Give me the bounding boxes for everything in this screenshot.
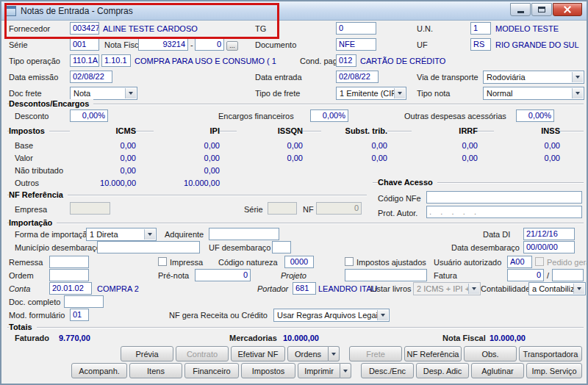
nf-referencia-group-title: NF Referência (9, 190, 68, 199)
remessa-field[interactable] (49, 256, 89, 268)
outras-despesas-label: Outras despesas acessórias (404, 112, 506, 120)
totais-group-title: Totais (9, 323, 37, 331)
itens-button[interactable]: Itens (129, 363, 182, 378)
uf-field[interactable]: RS (470, 38, 491, 51)
minimize-button[interactable] (510, 3, 531, 16)
imprimir-dropdown-button[interactable] (340, 363, 351, 378)
fatura-field[interactable]: 0 (507, 269, 544, 281)
nf-ref-serie-field (268, 202, 297, 215)
app-icon (6, 6, 16, 16)
conta-field[interactable]: 20.01.02 (49, 282, 92, 295)
desc-enc-button[interactable]: Desc./Enc (361, 363, 414, 378)
impressa-checkbox[interactable] (158, 257, 167, 266)
tipo-operacao-code2-field[interactable]: 1.10.1 (101, 54, 131, 67)
tipo-nota-label: Tipo nota (417, 89, 450, 98)
codigo-natureza-field[interactable]: 0000 (284, 256, 314, 268)
un-field[interactable]: 1 (470, 22, 491, 35)
un-name-text: MODELO TESTE (495, 24, 559, 33)
data-desembaraco-field[interactable]: 00/00/00 (523, 241, 575, 253)
group-divider (7, 104, 584, 104)
forma-importacao-label: Forma de importação (15, 230, 92, 239)
fornecedor-name-text: ALINE TESTE CARDOSO (103, 24, 198, 33)
doc-frete-select[interactable]: Nota (70, 87, 137, 100)
via-transporte-label: Via de transporte (417, 73, 478, 82)
impostos-col-inss: INSS (494, 126, 560, 135)
adquirente-field[interactable] (209, 228, 279, 240)
portador-desc-text: LEANDRO ITAU (318, 284, 377, 293)
nota-fiscal-number-field[interactable]: 93214 (138, 38, 188, 51)
municipio-desembaraco-field[interactable] (97, 241, 200, 253)
nf-referencia-button[interactable]: NF Referência (404, 346, 462, 361)
fatura-field2[interactable] (552, 269, 584, 281)
cond-pag-field[interactable]: 012 (336, 54, 356, 67)
aglutinar-button[interactable]: Aglutinar (471, 363, 524, 378)
tipo-frete-select[interactable]: 1 Emitente (CIF) (336, 87, 406, 100)
previa-button[interactable]: Prévia (121, 346, 173, 361)
tipo-operacao-code1-field[interactable]: 110.1A (70, 54, 99, 67)
municipio-desembaraco-label: Município desembaraço (15, 243, 101, 252)
transportadora-button[interactable]: Transportadora (519, 346, 582, 361)
impostos-cell: 0,00 (237, 154, 303, 162)
acompanh-button[interactable]: Acompanh. (71, 363, 127, 378)
forma-importacao-select[interactable]: 1 Direta (86, 228, 157, 241)
outras-despesas-field[interactable]: 0,00% (516, 109, 554, 122)
tipo-nota-select[interactable]: Normal (483, 87, 584, 100)
desconto-field[interactable]: 0,00% (70, 109, 108, 122)
tipo-operacao-desc-text: COMPRA PARA USO E CONSUMO ( 1 (135, 57, 276, 65)
data-entrada-field[interactable]: 02/08/22 (336, 71, 379, 83)
impostos-cell: 0,00 (412, 154, 478, 162)
impostos-cell: 0,00 (70, 154, 136, 162)
title-bar[interactable]: Notas de Entrada - Compras (1, 1, 587, 21)
maximize-button[interactable] (531, 3, 552, 16)
ordens-dropdown-button[interactable] (329, 346, 340, 361)
imprimir-button[interactable]: Imprimir (298, 363, 340, 378)
impostos-cell: 0,00 (154, 166, 220, 175)
efetivar-nf-button[interactable]: Efetivar NF (231, 346, 285, 361)
contabilidade-select[interactable]: a Contabilizar (528, 282, 586, 295)
ordens-button[interactable]: Ordens (287, 346, 329, 361)
close-icon (563, 5, 572, 14)
uf-desembaraco-field[interactable] (272, 241, 291, 253)
imp-servico-button[interactable]: Imp. Serviço (526, 363, 582, 378)
pedido-gerado-checkbox (535, 257, 544, 266)
desp-adic-button[interactable]: Desp. Adic (416, 363, 469, 378)
codigo-nfe-field[interactable] (426, 191, 582, 204)
serie-label: Série (9, 40, 28, 49)
impostos-cell: 0,00 (321, 154, 387, 162)
mod-formulario-field[interactable]: 01 (70, 309, 89, 321)
financeiro-button[interactable]: Financeiro (184, 363, 239, 378)
doc-completo-field[interactable] (64, 295, 104, 308)
nota-fiscal-suffix-field[interactable]: 0 (195, 38, 224, 51)
prot-autor-field[interactable]: . . . . . (426, 206, 582, 218)
ordem-field[interactable] (49, 269, 89, 281)
nf-gera-select[interactable]: Usar Regras Arquivos Legais (273, 309, 390, 322)
chevron-down-icon (572, 88, 583, 98)
uf-desembaraco-label: UF desembaraço (209, 243, 270, 252)
impostos-cell: 0,00 (321, 141, 387, 150)
data-di-field[interactable]: 21/12/16 (523, 228, 575, 240)
via-transporte-select[interactable]: Rodoviária (483, 71, 584, 84)
impostos-button[interactable]: Impostos (241, 363, 295, 378)
encargos-financeiros-field[interactable]: 0,00% (310, 109, 348, 122)
usuario-autorizado-field[interactable]: A00 (507, 256, 532, 268)
nf-gera-label: NF gera Receita ou Crédito (169, 311, 268, 320)
fornecedor-code-field[interactable]: 003427 (70, 22, 99, 35)
impostos-row-label: Outros (15, 179, 39, 187)
portador-field[interactable]: 681 (293, 282, 316, 295)
impostos-ajustados-checkbox[interactable] (345, 257, 354, 266)
data-emissao-field[interactable]: 02/08/22 (70, 71, 112, 83)
projeto-field[interactable] (345, 269, 427, 281)
obs-button[interactable]: Obs. (464, 346, 517, 361)
serie-field[interactable]: 001 (70, 38, 99, 51)
doc-completo-label: Doc. completo (9, 298, 60, 306)
documento-field[interactable]: NFE (336, 38, 376, 51)
data-emissao-label: Data emissão (9, 73, 58, 82)
listar-livros-select: 2 ICMS + IPI + ISS (413, 282, 481, 295)
close-button[interactable] (553, 3, 582, 16)
nota-fiscal-browse-button[interactable]: ... (226, 41, 238, 51)
encargos-financeiros-label: Encargos financeiros (218, 112, 294, 120)
pre-nota-field[interactable]: 0 (195, 269, 251, 281)
usuario-autorizado-label: Usuário autorizado (434, 258, 501, 267)
impostos-cell: 0,00 (494, 154, 560, 162)
tg-field[interactable]: 0 (336, 22, 376, 35)
